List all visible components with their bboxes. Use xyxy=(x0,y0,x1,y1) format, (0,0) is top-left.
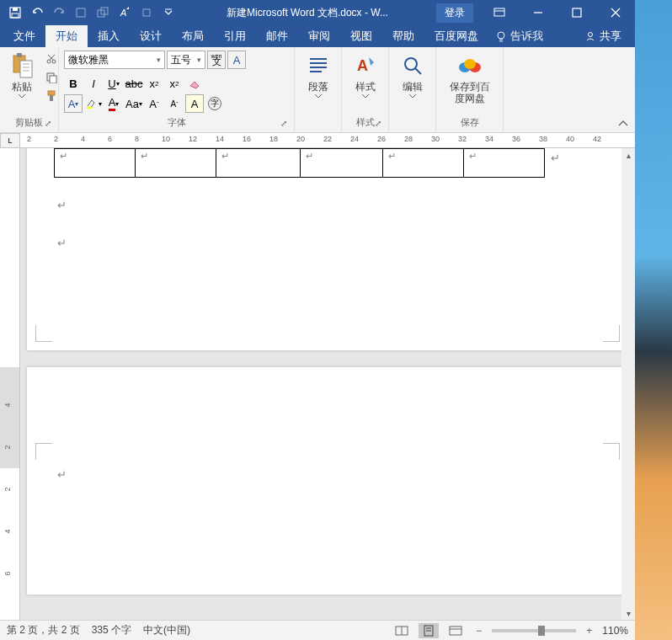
save-icon[interactable] xyxy=(5,3,25,23)
cut-button[interactable] xyxy=(42,51,61,67)
read-mode-button[interactable] xyxy=(392,623,412,638)
page-status[interactable]: 第 2 页，共 2 页 xyxy=(7,623,80,637)
title-bar: A 新建Microsoft Word 文档.docx - W... 登录 xyxy=(0,0,635,25)
paste-button[interactable]: 粘贴 xyxy=(5,51,39,100)
page-corner xyxy=(35,443,52,460)
shrink-font-button[interactable]: Aˇ xyxy=(165,94,184,113)
qat-btn-1[interactable] xyxy=(71,3,91,23)
minimize-icon[interactable] xyxy=(519,0,557,25)
styles-button[interactable]: A 样式 xyxy=(347,51,383,100)
char-border-button[interactable]: A xyxy=(227,51,246,69)
scroll-up-icon[interactable]: ▴ xyxy=(621,148,635,162)
eraser-icon[interactable] xyxy=(185,74,204,93)
paste-label: 粘贴 xyxy=(12,81,32,93)
font-color-button[interactable]: A▾ xyxy=(104,94,123,113)
underline-button[interactable]: U▾ xyxy=(104,74,123,93)
font-group-label: 字体 xyxy=(64,116,289,131)
tab-home[interactable]: 开始 xyxy=(45,25,88,47)
svg-text:A: A xyxy=(357,57,368,74)
superscript-button[interactable]: x2 xyxy=(165,74,184,93)
tell-me[interactable]: 告诉我 xyxy=(495,29,543,44)
text-effects-button[interactable]: A▾ xyxy=(64,94,83,113)
tab-mail[interactable]: 邮件 xyxy=(256,25,298,47)
document-table[interactable]: ↵↵↵↵↵↵ xyxy=(54,148,545,178)
web-icon xyxy=(449,626,462,636)
svg-rect-21 xyxy=(20,61,32,77)
italic-button[interactable]: I xyxy=(84,74,103,93)
redo-icon[interactable] xyxy=(49,3,69,23)
qat-btn-4[interactable] xyxy=(136,3,157,23)
scroll-down-icon[interactable]: ▾ xyxy=(621,606,635,620)
chevron-down-icon xyxy=(409,94,416,99)
undo-icon[interactable] xyxy=(27,3,47,23)
copy-button[interactable] xyxy=(42,69,61,86)
svg-rect-1 xyxy=(13,8,18,11)
font-size-value: 五号 xyxy=(171,53,191,67)
qat-customize-icon[interactable] xyxy=(158,3,179,23)
page-2[interactable]: ↵ xyxy=(27,367,628,595)
tab-references[interactable]: 引用 xyxy=(214,25,256,47)
zoom-level[interactable]: 110% xyxy=(602,625,628,637)
baidu-save-label: 保存到百度网盘 xyxy=(445,81,494,105)
vertical-ruler[interactable]: 42246 xyxy=(0,148,20,620)
format-painter-button[interactable] xyxy=(42,88,61,104)
enclose-char-button[interactable]: A xyxy=(185,94,204,113)
svg-point-43 xyxy=(464,59,476,69)
horizontal-ruler[interactable]: 224681012141618202224262830323436384042 xyxy=(20,133,635,148)
svg-rect-20 xyxy=(17,53,22,57)
styles-launcher[interactable]: ⤢ xyxy=(375,119,387,131)
lightbulb-icon xyxy=(495,30,507,42)
bold-button[interactable]: B xyxy=(64,74,83,93)
baidu-save-button[interactable]: 保存到百度网盘 xyxy=(441,51,498,107)
char-shading-button[interactable]: 字 xyxy=(205,94,224,113)
paste-icon xyxy=(8,52,35,79)
phonetic-guide-button[interactable]: wén文 xyxy=(207,51,226,69)
zoom-slider[interactable] xyxy=(492,629,576,632)
tell-me-label: 告诉我 xyxy=(510,29,543,44)
close-icon[interactable] xyxy=(596,0,635,25)
svg-rect-3 xyxy=(77,8,85,17)
grow-font-button[interactable]: Aˆ xyxy=(145,94,163,113)
tab-baidu[interactable]: 百度网盘 xyxy=(424,25,488,47)
svg-rect-9 xyxy=(494,8,504,16)
highlight-button[interactable]: ▾ xyxy=(84,94,103,113)
tab-layout[interactable]: 布局 xyxy=(172,25,214,47)
web-layout-button[interactable] xyxy=(445,623,466,638)
ribbon-options-icon[interactable] xyxy=(480,0,519,25)
svg-rect-32 xyxy=(50,95,53,101)
tab-review[interactable]: 审阅 xyxy=(298,25,340,47)
share-button[interactable]: 共享 xyxy=(584,29,632,44)
paragraph-mark: ↵ xyxy=(57,237,67,249)
tab-view[interactable]: 视图 xyxy=(340,25,382,47)
print-layout-button[interactable] xyxy=(419,623,439,638)
collapse-ribbon-icon[interactable] xyxy=(615,117,632,131)
vertical-scrollbar[interactable]: ▴ ▾ xyxy=(621,148,635,620)
font-launcher[interactable]: ⤢ xyxy=(280,119,292,131)
qat-btn-2[interactable] xyxy=(93,3,113,23)
change-case-button[interactable]: Aa▾ xyxy=(125,94,143,113)
tab-insert[interactable]: 插入 xyxy=(88,25,130,47)
clipboard-launcher[interactable]: ⤢ xyxy=(45,119,56,131)
language-status[interactable]: 中文(中国) xyxy=(143,623,190,637)
brush-icon xyxy=(45,90,57,102)
tab-help[interactable]: 帮助 xyxy=(382,25,424,47)
editing-button[interactable]: 编辑 xyxy=(394,51,430,100)
strikethrough-button[interactable]: abc xyxy=(125,74,143,93)
page-1[interactable]: ↵↵↵↵↵↵ ↵ ↵ ↵ xyxy=(27,148,628,350)
word-count[interactable]: 335 个字 xyxy=(92,623,131,637)
font-name-select[interactable]: 微软雅黑▾ xyxy=(64,51,165,69)
ruler-corner[interactable]: L xyxy=(0,133,20,148)
subscript-button[interactable]: x2 xyxy=(145,74,163,93)
maximize-icon[interactable] xyxy=(557,0,596,25)
qat-btn-3[interactable]: A xyxy=(115,3,135,23)
svg-rect-49 xyxy=(450,627,461,635)
paragraph-button[interactable]: 段落 xyxy=(300,51,336,100)
zoom-thumb[interactable] xyxy=(538,626,545,636)
font-size-select[interactable]: 五号▾ xyxy=(167,51,205,69)
share-icon xyxy=(584,30,596,42)
zoom-out-button[interactable]: − xyxy=(472,625,485,637)
login-button[interactable]: 登录 xyxy=(436,3,473,23)
tab-design[interactable]: 设计 xyxy=(130,25,172,47)
tab-file[interactable]: 文件 xyxy=(3,25,45,47)
zoom-in-button[interactable]: + xyxy=(583,625,595,637)
